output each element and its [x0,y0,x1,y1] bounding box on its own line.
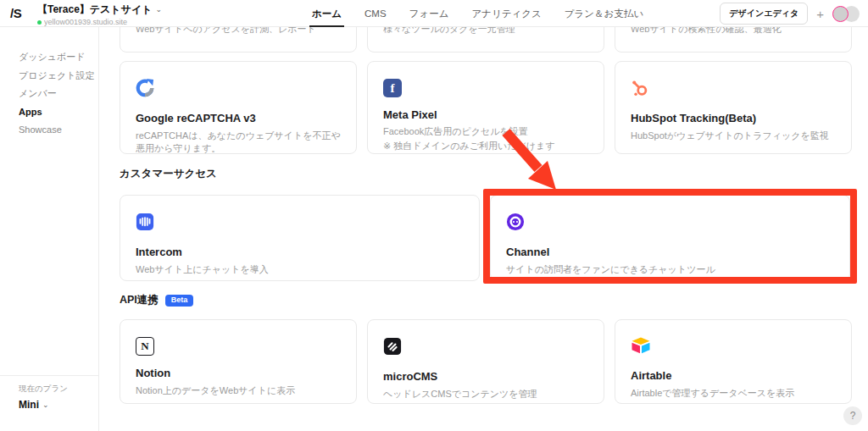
section-heading-api-integration: API連携 Beta [120,293,193,307]
app-card-title: Channel [506,246,834,258]
notion-icon: N [136,337,154,356]
app-card-title: Google reCAPTCHA v3 [136,112,341,124]
app-card-title: Notion [136,367,341,379]
app-card-recaptcha[interactable]: Google reCAPTCHA v3 reCAPTCHAは、あなたのウェブサイ… [120,61,357,154]
sidebar-divider [0,375,98,376]
app-card-title: microCMS [383,370,588,383]
section-heading-customer-success: カスタマーサクセス [120,167,217,181]
facebook-icon: f [383,79,402,97]
app-card-channel[interactable]: Channel サイトの訪問者をファンにできるチャットツール [490,195,850,281]
tab-plan-billing[interactable]: プラン＆お支払い [565,0,643,27]
sidebar: ダッシュボード プロジェクト設定 メンバー Apps Showcase 現在のプ… [0,27,99,431]
app-card-notion[interactable]: N Notion Notion上のデータをWebサイトに表示 [120,319,357,404]
section-heading-text: API連携 [120,293,159,307]
help-button[interactable]: ? [843,406,862,425]
app-card-description-note: ※ 独自ドメインのみご利用いただけます [383,140,588,152]
tab-home[interactable]: ホーム [312,0,342,27]
tab-cms[interactable]: CMS [364,0,387,27]
avatar-current-user[interactable] [832,6,849,22]
app-card-description: Webサイト上にチャットを導入 [136,263,464,276]
online-status-icon [37,20,42,25]
app-card-description: Notion上のデータをWebサイトに表示 [136,384,341,397]
app-card-title: Intercom [136,246,464,258]
microcms-icon [383,337,402,356]
main-nav: ホーム CMS フォーム アナリティクス プラン＆お支払い [312,0,643,27]
sidebar-item-dashboard[interactable]: ダッシュボード [19,48,93,67]
sidebar-item-members[interactable]: メンバー [19,85,93,103]
app-card-description: reCAPTCHAは、あなたのウェブサイトを不正や悪用から守ります。 [136,130,341,156]
plan-selector[interactable]: Mini ⌄ [19,399,68,411]
avatar-group [832,6,860,22]
recaptcha-icon [136,79,154,97]
app-card-title: HubSpot Tracking(Beta) [631,112,836,124]
app-card-microcms[interactable]: microCMS ヘッドレスCMSでコンテンツを管理 [367,319,604,404]
app-card-description: サイトの訪問者をファンにできるチャットツール [506,263,834,276]
app-card-airtable[interactable]: Airtable Airtableで管理するデータベースを表示 [615,319,852,404]
intercom-icon [136,213,154,231]
site-selector[interactable]: 【Terace】テストサイト ⌄ yellow001939.studio.sit… [37,3,162,26]
app-card-intercom[interactable]: Intercom Webサイト上にチャットを導入 [120,195,480,281]
tab-form[interactable]: フォーム [409,0,449,27]
hubspot-icon [631,79,649,97]
studio-logo[interactable]: /S [10,6,21,20]
app-card-hubspot[interactable]: HubSpot Tracking(Beta) HubSpotがウェブサイトのトラ… [615,61,852,154]
tab-analytics[interactable]: アナリティクス [471,0,541,27]
chevron-down-icon: ⌄ [42,401,49,409]
app-card-description: HubSpotがウェブサイトのトラフィックを監視 [631,130,836,142]
section-heading-text: カスタマーサクセス [120,167,217,181]
app-card-description: Facebook広告用のピクセルを設置 [383,125,588,138]
plan-name: Mini [19,399,39,411]
design-editor-button[interactable]: デザインエディタ [720,3,808,25]
sidebar-item-apps[interactable]: Apps [19,103,93,122]
sidebar-item-showcase[interactable]: Showcase [19,121,93,140]
header-actions: デザインエディタ + [720,0,860,27]
app-card-meta-pixel[interactable]: f Meta Pixel Facebook広告用のピクセルを設置 ※ 独自ドメイ… [367,61,604,154]
airtable-icon [631,337,651,355]
chevron-down-icon: ⌄ [156,6,163,14]
app-card-title: Airtable [631,369,836,382]
add-member-icon[interactable]: + [815,7,826,21]
site-domain: yellow001939.studio.site [44,18,127,26]
beta-badge: Beta [165,295,194,307]
app-header: /S 【Terace】テストサイト ⌄ yellow001939.studio.… [0,0,868,27]
app-card-description: ヘッドレスCMSでコンテンツを管理 [383,388,588,401]
site-title: 【Terace】テストサイト [37,3,153,17]
channel-icon [506,213,525,231]
current-plan-label: 現在のプラン [19,384,68,395]
app-card-description: Airtableで管理するデータベースを表示 [631,387,836,400]
app-card-title: Meta Pixel [383,108,588,121]
sidebar-item-project-settings[interactable]: プロジェクト設定 [19,67,93,86]
